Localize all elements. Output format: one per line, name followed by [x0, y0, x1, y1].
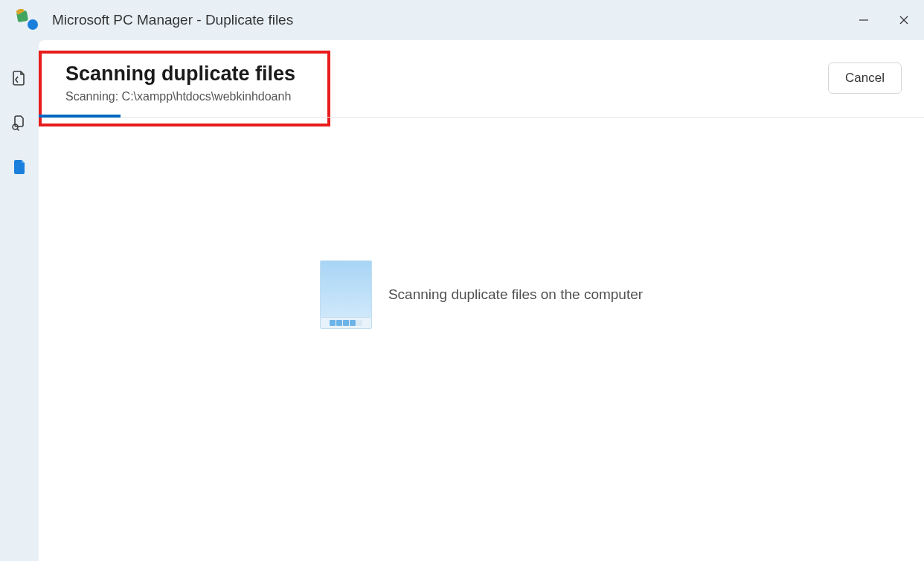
scan-path-text: Scanning: C:\xampp\htdocs\webkinhdoanh — [65, 90, 828, 103]
body-section: Scanning duplicate files on the computer — [39, 118, 924, 561]
header-text: Scanning duplicate files Scanning: C:\xa… — [65, 62, 828, 103]
sidebar-item-files[interactable] — [11, 70, 28, 86]
scan-status: Scanning duplicate files on the computer — [320, 260, 643, 329]
page-title: Scanning duplicate files — [65, 62, 828, 86]
sidebar-item-search-files[interactable] — [11, 115, 28, 131]
minimize-button[interactable] — [844, 0, 884, 40]
svg-point-2 — [28, 19, 38, 30]
sidebar — [0, 40, 39, 561]
app-logo-icon — [16, 9, 39, 31]
window-title: Microsoft PC Manager - Duplicate files — [52, 12, 293, 28]
scanner-icon — [320, 260, 372, 329]
main-area: Scanning duplicate files Scanning: C:\xa… — [0, 40, 924, 561]
titlebar-controls — [844, 0, 924, 40]
content-panel: Scanning duplicate files Scanning: C:\xa… — [39, 40, 924, 561]
sidebar-item-duplicate[interactable] — [11, 159, 28, 176]
titlebar: Microsoft PC Manager - Duplicate files — [0, 0, 924, 40]
header-section: Scanning duplicate files Scanning: C:\xa… — [39, 40, 924, 118]
cancel-button[interactable]: Cancel — [828, 62, 902, 94]
svg-line-7 — [17, 129, 19, 131]
scan-status-text: Scanning duplicate files on the computer — [388, 286, 643, 303]
progress-bar — [39, 115, 121, 118]
close-button[interactable] — [884, 0, 924, 40]
